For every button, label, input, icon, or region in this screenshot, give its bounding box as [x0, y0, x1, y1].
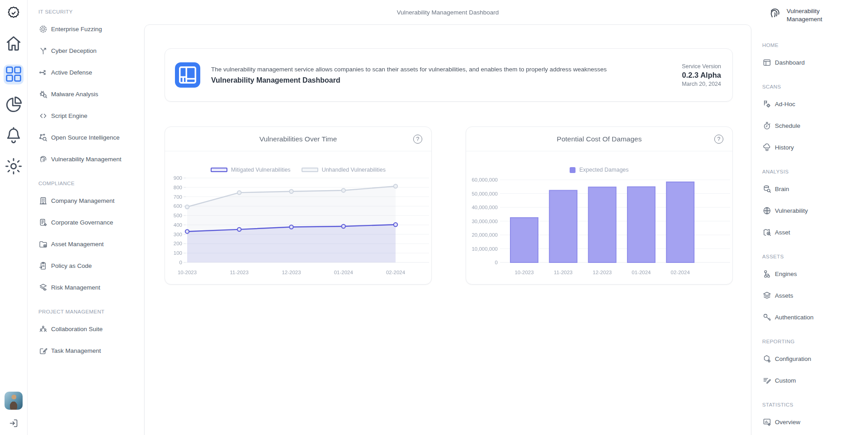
sidebar-item-cyber-deception[interactable]: Cyber Deception — [38, 40, 139, 61]
sidebar-item-active-defense[interactable]: Active Defense — [38, 61, 139, 83]
key-icon — [762, 313, 772, 322]
sidebar-item-script-engine[interactable]: Script Engine — [38, 105, 139, 126]
main-area: Vulnerability Management Dashboard The v… — [144, 0, 751, 435]
nav-item-label: Open Source Intelligence — [51, 134, 120, 141]
sidebar-section-it-security: IT SECURITY — [38, 9, 139, 14]
chart-card-header: Vulnerabilities Over Time ? — [165, 127, 431, 151]
app-logo-shield-check-icon — [6, 5, 21, 21]
module-nav-item-asset[interactable]: Asset — [762, 221, 864, 243]
nav-item-label: Brain — [775, 186, 789, 192]
svg-text:50,000,000: 50,000,000 — [472, 191, 498, 196]
svg-text:01-2024: 01-2024 — [334, 270, 354, 275]
sidebar-item-collaboration-suite[interactable]: Collaboration Suite — [38, 318, 139, 340]
sidebar-item-corporate-governance[interactable]: Corporate Governance — [38, 211, 139, 233]
sidebar-item-task-management[interactable]: Task Management — [38, 340, 139, 361]
nav-item-label: Dashboard — [775, 59, 805, 66]
main-content-card: The vulnerability management service all… — [144, 24, 751, 435]
svg-text:20,000,000: 20,000,000 — [472, 232, 498, 238]
rail-analytics-button[interactable] — [4, 95, 24, 115]
potential-cost-of-damages-card: Potential Cost Of Damages ? Expected Dam… — [466, 126, 733, 285]
svg-text:500: 500 — [174, 213, 182, 218]
home-icon — [4, 33, 24, 55]
nav-item-label: Cyber Deception — [51, 47, 97, 54]
sidebar-item-risk-management[interactable]: Risk Management — [38, 276, 139, 298]
module-nav-item-brain[interactable]: Brain — [762, 178, 864, 200]
hex-gear-icon — [762, 354, 772, 364]
module-brand-label: Vulnerability Management — [787, 6, 841, 23]
layers-eye-icon — [38, 283, 48, 292]
module-nav-item-assets[interactable]: Assets — [762, 285, 864, 306]
svg-text:11-2023: 11-2023 — [554, 270, 572, 275]
bar-chart-svg: 010,000,00020,000,00030,000,00040,000,00… — [466, 151, 733, 285]
y-axis-labels: 010,000,00020,000,00030,000,00040,000,00… — [472, 177, 498, 265]
nav-item-label: Custom — [775, 377, 796, 384]
bell-icon — [4, 126, 24, 147]
dashboard-app-tile-icon — [175, 62, 200, 88]
svg-text:10-2023: 10-2023 — [514, 270, 533, 275]
module-nav-item-engines[interactable]: Engines — [762, 263, 864, 285]
rail-dashboard-button[interactable] — [4, 65, 24, 84]
svg-text:40,000,000: 40,000,000 — [472, 205, 498, 210]
x-axis-labels: 10-202311-202312-202301-202402-2024 — [178, 270, 406, 275]
svg-text:100: 100 — [174, 250, 182, 256]
chart-title: Vulnerabilities Over Time — [259, 135, 337, 143]
user-avatar[interactable] — [5, 392, 23, 410]
nav-item-label: Assets — [775, 292, 793, 299]
nav-item-label: Engines — [775, 271, 797, 277]
rail-home-button[interactable] — [4, 34, 24, 54]
svg-text:02-2024: 02-2024 — [671, 270, 690, 275]
module-nav-item-custom[interactable]: Custom — [762, 370, 864, 391]
module-nav-section-assets: ASSETS — [762, 254, 864, 259]
nav-item-label: Policy as Code — [51, 262, 92, 269]
nav-item-label: Enterprise Fuzzing — [51, 26, 102, 33]
sidebar-item-company-management[interactable]: Company Management — [38, 190, 139, 211]
sidebar-item-enterprise-fuzzing[interactable]: Enterprise Fuzzing — [38, 18, 139, 40]
nav-item-label: Overview — [775, 419, 800, 426]
help-icon[interactable]: ? — [714, 135, 723, 144]
svg-text:11-2023: 11-2023 — [230, 270, 249, 275]
nav-item-label: Script Engine — [51, 112, 87, 119]
vulnerabilities-over-time-card: Vulnerabilities Over Time ? Mitigated Vu… — [165, 126, 432, 285]
sidebar-item-policy-as-code[interactable]: Policy as Code — [38, 255, 139, 276]
sidebar-item-open-source-intelligence[interactable]: Open Source Intelligence — [38, 126, 139, 148]
active-defense-icon — [38, 68, 48, 77]
stopwatch-icon — [762, 121, 772, 131]
service-header-text: The vulnerability management service all… — [211, 66, 671, 84]
sidebar-item-malware-analysis[interactable]: Malware Analysis — [38, 83, 139, 105]
svg-text:01-2024: 01-2024 — [632, 270, 651, 275]
page-title: Vulnerability Management Dashboard — [211, 76, 671, 84]
chart-card-header: Potential Cost Of Damages ? — [466, 127, 732, 151]
svg-text:400: 400 — [174, 222, 182, 228]
rail-settings-button[interactable] — [4, 157, 24, 177]
help-icon[interactable]: ? — [413, 135, 422, 144]
module-nav-item-ad-hoc[interactable]: Ad-Hoc — [762, 93, 864, 115]
module-nav-section-reporting: REPORTING — [762, 339, 864, 344]
nav-item-label: Vulnerability — [775, 207, 808, 214]
svg-text:0: 0 — [179, 260, 182, 265]
service-header-card: The vulnerability management service all… — [165, 48, 733, 102]
svg-text:300: 300 — [174, 232, 182, 237]
gear-icon — [4, 156, 24, 178]
module-nav-item-history[interactable]: History — [762, 136, 864, 158]
logout-icon[interactable] — [8, 418, 19, 429]
module-nav-item-configuration[interactable]: Configuration — [762, 348, 864, 370]
left-sidebar: IT SECURITYEnterprise FuzzingCyber Decep… — [28, 0, 144, 435]
sidebar-item-vulnerability-management[interactable]: Vulnerability Management — [38, 148, 139, 170]
module-nav-item-authentication[interactable]: Authentication — [762, 306, 864, 328]
module-nav-section-analysis: ANALYSIS — [762, 169, 864, 174]
rail-notifications-button[interactable] — [4, 126, 24, 146]
icon-rail — [0, 0, 28, 435]
module-nav-item-overview[interactable]: Overview — [762, 411, 864, 433]
module-nav-item-vulnerability[interactable]: Vulnerability — [762, 200, 864, 221]
service-version-date: March 20, 2024 — [682, 81, 721, 87]
svg-text:800: 800 — [174, 185, 182, 190]
branch-icon — [38, 46, 48, 56]
module-nav-item-dashboard[interactable]: Dashboard — [762, 51, 864, 73]
series-expected-damages — [510, 182, 694, 262]
module-nav-item-schedule[interactable]: Schedule — [762, 115, 864, 136]
nav-item-label: Corporate Governance — [51, 219, 113, 226]
svg-text:200: 200 — [174, 241, 182, 246]
module-nav-section-scans: SCANS — [762, 84, 864, 89]
chart-title: Potential Cost Of Damages — [557, 135, 642, 143]
sidebar-item-asset-management[interactable]: Asset Management — [38, 233, 139, 255]
